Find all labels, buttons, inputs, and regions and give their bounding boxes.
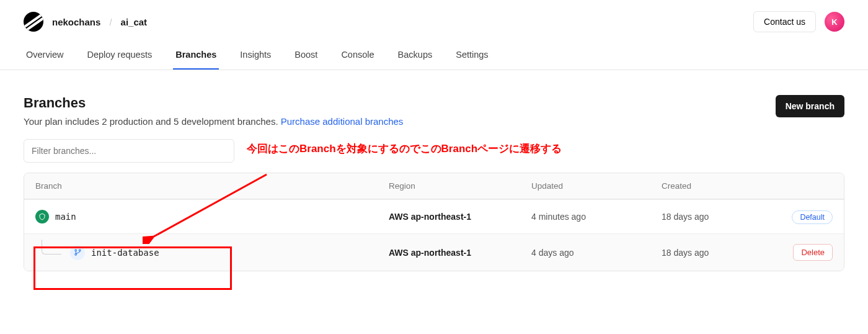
tab-backups[interactable]: Backups	[396, 43, 435, 70]
tab-deploy-requests[interactable]: Deploy requests	[84, 43, 154, 70]
svg-point-1	[74, 253, 76, 255]
tree-connector	[42, 240, 61, 255]
branch-region: AWS ap-northeast-1	[389, 248, 531, 258]
contact-us-button[interactable]: Contact us	[753, 11, 816, 32]
branch-icon	[70, 245, 85, 260]
column-updated: Updated	[531, 181, 662, 191]
filter-branches-input[interactable]	[24, 139, 234, 163]
svg-point-0	[74, 250, 76, 251]
delete-branch-button[interactable]: Delete	[793, 244, 833, 261]
svg-point-2	[79, 250, 81, 251]
main-nav: Overview Deploy requests Branches Insigh…	[0, 37, 868, 70]
tab-boost[interactable]: Boost	[292, 43, 320, 70]
branch-updated: 4 days ago	[531, 248, 662, 258]
new-branch-button[interactable]: New branch	[776, 95, 844, 117]
tab-overview[interactable]: Overview	[24, 43, 66, 70]
branch-updated: 4 minutes ago	[531, 212, 662, 222]
branch-created: 18 days ago	[662, 212, 777, 222]
shield-icon	[35, 210, 49, 223]
tab-insights[interactable]: Insights	[237, 43, 273, 70]
org-logo[interactable]	[24, 12, 43, 32]
purchase-branches-link[interactable]: Purchase additional branches	[281, 116, 404, 127]
breadcrumb-separator: /	[109, 17, 112, 27]
breadcrumb-repo[interactable]: ai_cat	[121, 17, 148, 27]
branch-name[interactable]: main	[55, 212, 76, 222]
tab-settings[interactable]: Settings	[453, 43, 490, 70]
default-badge: Default	[792, 210, 833, 224]
tab-console[interactable]: Console	[339, 43, 376, 70]
plan-text: Your plan includes 2 production and 5 de…	[24, 116, 281, 127]
page-title: Branches	[24, 95, 403, 111]
branch-created: 18 days ago	[662, 248, 777, 258]
page-subtitle: Your plan includes 2 production and 5 de…	[24, 116, 403, 127]
branch-name[interactable]: init-database	[91, 248, 159, 258]
branches-table: Branch Region Updated Created main AWS a…	[24, 173, 844, 271]
annotation-text: 今回はこのBranchを対象にするのでこのBranchページに遷移する	[247, 139, 562, 156]
branch-region: AWS ap-northeast-1	[389, 212, 531, 222]
column-branch: Branch	[35, 181, 389, 191]
column-region: Region	[389, 181, 531, 191]
table-row[interactable]: main AWS ap-northeast-1 4 minutes ago 18…	[24, 199, 844, 233]
table-row[interactable]: init-database AWS ap-northeast-1 4 days …	[24, 233, 844, 271]
column-created: Created	[662, 181, 777, 191]
breadcrumb-org[interactable]: nekochans	[52, 17, 100, 27]
user-avatar[interactable]: K	[825, 12, 844, 32]
breadcrumb: nekochans / ai_cat	[24, 12, 147, 32]
tab-branches[interactable]: Branches	[173, 43, 219, 70]
